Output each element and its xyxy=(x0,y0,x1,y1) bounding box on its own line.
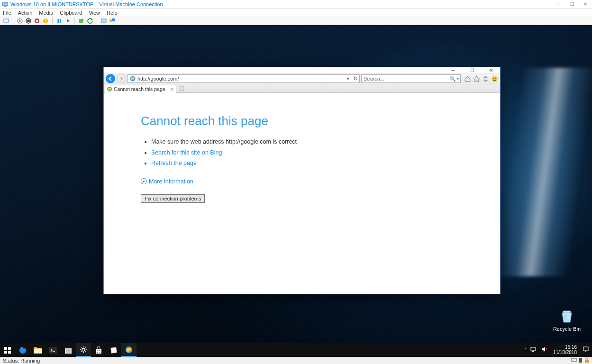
svg-rect-11 xyxy=(45,19,46,21)
menu-action[interactable]: Action xyxy=(18,10,33,16)
tb-turnoff-icon[interactable] xyxy=(25,18,32,24)
tray-network-icon[interactable] xyxy=(530,346,537,355)
host-maximize-button[interactable]: ☐ xyxy=(565,0,579,9)
status-text: Status: Running xyxy=(3,358,40,364)
menu-help[interactable]: Help xyxy=(107,10,118,16)
tray-volume-icon[interactable] xyxy=(541,346,547,355)
svg-rect-34 xyxy=(34,349,42,353)
tb-start-icon[interactable] xyxy=(17,18,23,24)
status-icon-lock xyxy=(584,357,589,364)
tab-page-icon xyxy=(107,86,112,92)
refresh-page-link[interactable]: Refresh the page xyxy=(151,160,197,166)
tb-shutdown-icon[interactable] xyxy=(34,18,40,24)
tray-notifications-icon[interactable] xyxy=(583,346,589,355)
tb-revert-icon[interactable] xyxy=(87,18,93,24)
taskbar: ˄ 15:16 11/10/2018 xyxy=(0,343,592,357)
svg-rect-28 xyxy=(4,347,7,350)
svg-rect-15 xyxy=(79,19,83,23)
taskbar-edge-icon[interactable] xyxy=(15,343,30,357)
refresh-icon[interactable]: ↻ xyxy=(351,75,359,82)
tb-checkpoint-icon[interactable] xyxy=(78,18,85,24)
tools-icon[interactable] xyxy=(482,75,489,82)
search-box[interactable]: 🔍 ▾ xyxy=(361,74,461,83)
svg-rect-27 xyxy=(180,87,184,91)
taskbar-item-1[interactable] xyxy=(61,343,76,357)
ie-window: ─ ☐ ✕ ▾ ↻ 🔍 ▾ xyxy=(103,67,501,294)
svg-rect-47 xyxy=(531,347,536,351)
tray-time: 15:16 xyxy=(553,345,577,350)
home-icon[interactable] xyxy=(464,75,471,82)
search-dropdown-icon[interactable]: ▾ xyxy=(457,77,460,81)
menu-view[interactable]: View xyxy=(89,10,100,16)
address-dropdown-icon[interactable]: ▾ xyxy=(345,77,351,81)
ie-maximize-button[interactable]: ☐ xyxy=(466,68,478,73)
taskbar-settings-icon[interactable] xyxy=(76,343,91,357)
taskbar-terminal-icon[interactable] xyxy=(46,343,61,357)
svg-rect-37 xyxy=(66,349,71,353)
tb-enhanced-icon[interactable] xyxy=(100,18,107,24)
fix-connection-button[interactable]: Fix connection problems xyxy=(141,194,205,203)
svg-rect-30 xyxy=(4,351,7,354)
taskbar-ie-icon[interactable] xyxy=(121,343,137,357)
tab-close-icon[interactable]: ✕ xyxy=(170,87,174,92)
tb-share-icon[interactable] xyxy=(109,18,116,24)
address-bar[interactable]: ▾ ↻ xyxy=(128,74,360,83)
tray-show-hidden-icon[interactable]: ˄ xyxy=(524,348,527,353)
recycle-bin-label: Recycle Bin xyxy=(553,326,581,332)
more-info-chevron-icon[interactable]: ▾ xyxy=(141,178,147,184)
start-button[interactable] xyxy=(0,343,15,357)
svg-rect-52 xyxy=(585,360,589,363)
svg-point-25 xyxy=(495,77,496,78)
svg-rect-35 xyxy=(49,347,57,354)
taskbar-store-icon[interactable] xyxy=(91,343,106,357)
tb-save-icon[interactable] xyxy=(42,18,49,24)
address-input[interactable] xyxy=(137,76,345,82)
search-icon[interactable]: 🔍 xyxy=(448,76,457,82)
host-minimize-button[interactable]: ─ xyxy=(552,0,565,9)
menu-file[interactable]: File xyxy=(3,10,11,16)
svg-point-9 xyxy=(36,20,38,22)
tb-pause-icon[interactable] xyxy=(56,18,63,24)
svg-rect-31 xyxy=(8,351,11,354)
host-titlebar: Windows 10 on ILMIONTDESKTOP – Virtual M… xyxy=(0,0,592,9)
tab-title: Cannot reach this page xyxy=(114,86,165,92)
search-bing-link[interactable]: Search for this site on Bing xyxy=(151,149,222,156)
menu-clipboard[interactable]: Clipboard xyxy=(60,10,82,16)
nav-back-button[interactable] xyxy=(106,74,115,83)
svg-rect-50 xyxy=(572,358,576,362)
svg-rect-14 xyxy=(60,19,61,23)
svg-rect-20 xyxy=(563,311,571,313)
svg-point-38 xyxy=(82,348,85,351)
ie-content-area: Cannot reach this page Make sure the web… xyxy=(104,93,500,294)
taskbar-item-2[interactable] xyxy=(106,343,121,357)
status-icon-1 xyxy=(571,357,577,364)
ie-minimize-button[interactable]: ─ xyxy=(447,68,459,73)
search-input[interactable] xyxy=(362,76,448,82)
svg-rect-29 xyxy=(8,347,11,350)
tb-ctrl-alt-del-icon[interactable] xyxy=(3,18,9,24)
tray-date: 11/10/2018 xyxy=(553,350,577,355)
recycle-bin[interactable]: Recycle Bin xyxy=(553,308,581,332)
taskbar-explorer-icon[interactable] xyxy=(30,343,46,357)
tb-reset-icon[interactable] xyxy=(64,18,71,24)
ie-close-button[interactable]: ✕ xyxy=(485,68,497,73)
svg-rect-3 xyxy=(4,19,9,22)
status-icon-2 xyxy=(579,357,583,364)
menu-media[interactable]: Media xyxy=(39,10,53,16)
favorites-icon[interactable] xyxy=(473,75,480,82)
host-close-button[interactable]: ✕ xyxy=(579,0,592,9)
browser-tab[interactable]: Cannot reach this page ✕ xyxy=(105,85,176,93)
svg-rect-13 xyxy=(58,19,59,23)
smiley-icon[interactable] xyxy=(491,75,498,82)
tray-clock[interactable]: 15:16 11/10/2018 xyxy=(551,345,579,355)
more-info-link[interactable]: More information xyxy=(149,178,193,185)
svg-rect-49 xyxy=(583,347,588,351)
host-toolbar xyxy=(0,17,592,25)
nav-forward-button[interactable] xyxy=(117,74,126,83)
svg-rect-7 xyxy=(27,20,30,22)
svg-point-22 xyxy=(484,77,487,80)
error-suggestion-address: Make sure the web address http://google.… xyxy=(151,138,500,146)
svg-point-24 xyxy=(493,77,494,78)
new-tab-button[interactable] xyxy=(178,85,186,92)
svg-rect-39 xyxy=(96,349,101,354)
